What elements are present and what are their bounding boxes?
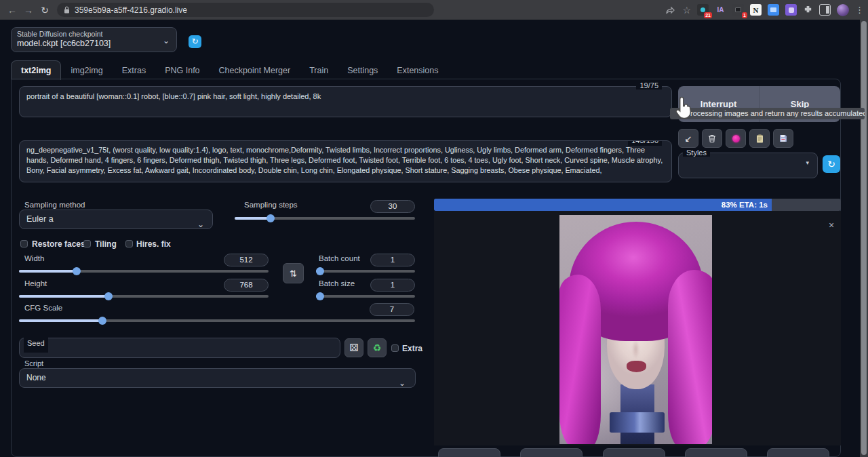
width-number-input[interactable]: 512: [224, 254, 269, 266]
portrait-hair-strand: [668, 270, 712, 444]
extension-pin-icon[interactable]: 21: [697, 4, 709, 16]
styles-refresh-button[interactable]: ↻: [823, 155, 840, 173]
tab-settings[interactable]: Settings: [338, 61, 387, 80]
browser-profile-avatar[interactable]: [837, 4, 849, 16]
hires-fix-checkbox[interactable]: [125, 240, 133, 247]
prompt-textarea[interactable]: portrait of a beautiful [woman::0.1] rob…: [19, 86, 672, 117]
batch-size-slider[interactable]: [316, 295, 415, 298]
extension-purple-icon[interactable]: [785, 4, 797, 16]
extra-networks-button[interactable]: [726, 129, 746, 148]
tab-png-info[interactable]: PNG Info: [155, 61, 209, 80]
paste-arrow-icon: ↙: [685, 134, 692, 144]
extension-photos-icon[interactable]: [768, 4, 779, 16]
slider-handle[interactable]: [316, 267, 324, 275]
swap-arrows-icon: ⇅: [290, 269, 297, 279]
extension-notion-icon[interactable]: N: [750, 4, 762, 16]
cfg-scale-number-input[interactable]: 7: [370, 303, 414, 316]
browser-menu-icon[interactable]: ⋮: [855, 5, 864, 15]
tab-checkpoint-merger[interactable]: Checkpoint Merger: [210, 61, 300, 80]
script-value: None: [26, 373, 46, 382]
generated-image[interactable]: [559, 215, 712, 444]
slider-handle[interactable]: [98, 317, 106, 325]
script-dropdown[interactable]: None ⌄: [19, 368, 416, 388]
tab-extensions[interactable]: Extensions: [387, 61, 448, 80]
batch-count-number-input[interactable]: 1: [370, 254, 415, 266]
batch-count-label: Batch count: [319, 254, 360, 262]
apply-style-button[interactable]: [749, 129, 770, 148]
tiling-checkbox[interactable]: [83, 240, 91, 247]
chevron-down-icon: ⌄: [399, 374, 406, 393]
save-style-button[interactable]: [773, 129, 793, 148]
tab-train[interactable]: Train: [300, 61, 338, 80]
slider-handle[interactable]: [73, 267, 81, 275]
gallery-action-button[interactable]: [603, 448, 665, 457]
checkpoint-dropdown[interactable]: Stable Diffusion checkpoint model.ckpt […: [11, 27, 177, 52]
interrupt-tooltip: rocessing images and return any results …: [670, 108, 865, 119]
width-label: Width: [24, 254, 44, 262]
bookmark-star-icon[interactable]: ☆: [682, 5, 691, 16]
batch-size-number-input[interactable]: 1: [370, 279, 415, 292]
gallery-action-button[interactable]: [767, 448, 829, 457]
back-icon[interactable]: ←: [4, 5, 20, 16]
random-seed-button[interactable]: ⚄: [344, 338, 363, 357]
tab-extras[interactable]: Extras: [113, 61, 155, 80]
sidebar-toggle-icon[interactable]: [819, 4, 831, 16]
styles-label: Styles: [683, 148, 710, 157]
slider-handle[interactable]: [316, 292, 324, 300]
extensions-puzzle-icon[interactable]: [803, 5, 813, 15]
extension-capture-icon[interactable]: 1: [732, 4, 744, 16]
forward-icon[interactable]: →: [20, 5, 37, 16]
styles-dropdown[interactable]: Styles ▾: [678, 153, 818, 178]
sampling-method-dropdown[interactable]: Euler a ⌄: [19, 210, 213, 229]
browser-extension-area: ☆ 21 IA 1 N ⋮: [665, 0, 864, 20]
swap-width-height-button[interactable]: ⇅: [283, 263, 304, 283]
gallery-action-button[interactable]: [520, 448, 583, 457]
progress-fill: 83% ETA: 1s: [434, 199, 772, 211]
tab-img2img[interactable]: img2img: [61, 61, 112, 80]
extra-networks-card-icon: [732, 135, 740, 142]
clear-prompt-button[interactable]: [702, 129, 722, 148]
batch-count-slider[interactable]: [316, 270, 415, 273]
reuse-seed-button[interactable]: ♻: [368, 338, 387, 357]
seed-input[interactable]: Seed -1: [19, 338, 340, 358]
cfg-scale-label: CFG Scale: [24, 304, 62, 312]
hires-fix-label: Hires. fix: [136, 239, 171, 249]
restore-faces-checkbox[interactable]: [20, 240, 28, 247]
prompt-token-counter: 19/75: [636, 81, 662, 90]
height-label: Height: [24, 279, 47, 287]
cfg-scale-slider[interactable]: [19, 319, 415, 322]
progress-text: 83% ETA: 1s: [722, 201, 768, 209]
clipboard-icon: [756, 134, 764, 143]
restore-faces-label: Restore faces: [32, 239, 85, 249]
address-bar[interactable]: 359e5b9a-a5ff-4216.gradio.live: [57, 3, 434, 17]
gallery-action-button[interactable]: [438, 448, 500, 457]
gallery-action-button[interactable]: [685, 448, 747, 457]
negative-token-counter: 143/150: [628, 140, 662, 146]
width-slider[interactable]: [19, 270, 269, 273]
sampling-method-label: Sampling method: [24, 201, 85, 209]
sampling-steps-slider[interactable]: [235, 217, 415, 220]
portrait-robot-collar: [610, 412, 665, 433]
reload-icon[interactable]: ↻: [37, 5, 53, 16]
sampling-steps-number-input[interactable]: 30: [370, 200, 415, 213]
share-icon[interactable]: [665, 5, 676, 15]
paste-generation-params-button[interactable]: ↙: [678, 129, 698, 148]
checkpoint-label: Stable Diffusion checkpoint: [17, 30, 171, 38]
trash-icon: [708, 134, 716, 143]
negative-prompt-textarea[interactable]: ng_deepnegative_v1_75t, (worst quality, …: [19, 140, 672, 182]
checkpoint-refresh-button[interactable]: ↻: [189, 35, 201, 48]
sampling-steps-label: Sampling steps: [244, 201, 298, 209]
page-scrollbar[interactable]: [860, 20, 868, 457]
extension-ia-icon[interactable]: IA: [715, 4, 726, 16]
height-number-input[interactable]: 768: [224, 279, 269, 292]
mouse-cursor-pointer: [674, 96, 694, 123]
dice-icon: ⚄: [349, 342, 358, 354]
scrollbar-thumb[interactable]: [861, 21, 867, 455]
close-preview-icon[interactable]: ×: [829, 220, 834, 231]
height-slider[interactable]: [19, 295, 269, 298]
portrait-hair-strand: [559, 275, 601, 444]
seed-extra-label: Extra: [402, 344, 422, 353]
seed-extra-checkbox[interactable]: [391, 344, 399, 352]
tab-txt2img[interactable]: txt2img: [11, 60, 61, 80]
sampling-method-value: Euler a: [26, 214, 54, 224]
